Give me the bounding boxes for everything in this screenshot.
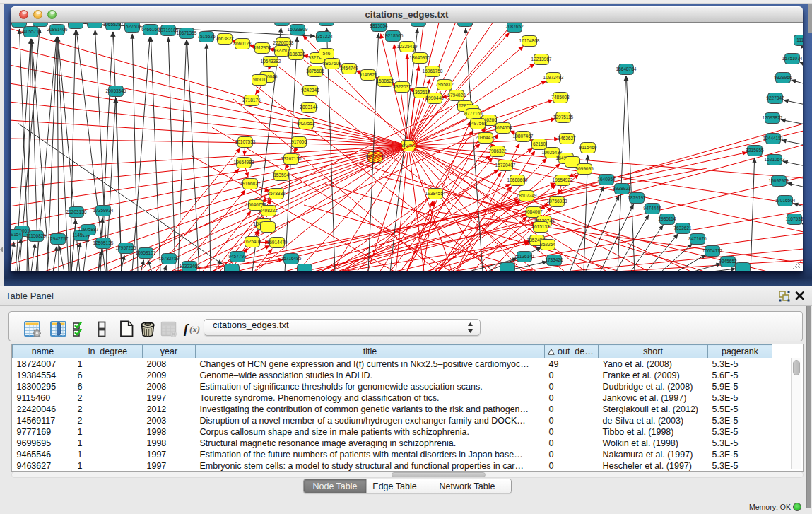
table-cell[interactable]: Franke et al. (2009) [599,370,708,381]
graph-node[interactable]: 2935114 [659,214,676,225]
tab-node-table[interactable]: Node Table [304,479,367,493]
graph-node[interactable]: 9115460 [579,143,597,153]
graph-node[interactable]: 252254 [540,240,555,250]
graph-node[interactable]: 39154 [11,230,23,240]
table-cell[interactable]: 0 [545,392,599,404]
graph-node[interactable]: 10107553 [235,137,256,148]
table-cell[interactable]: Stergiakouli et al. (2012) [599,404,708,415]
table-cell[interactable]: 0 [545,404,599,415]
graph-node[interactable]: 10654112 [702,246,723,257]
graph-node[interactable] [69,23,83,29]
graph-node[interactable]: 16154808 [519,36,540,47]
graph-node[interactable]: 17359934 [93,206,114,216]
table-cell[interactable]: Corpus callosum shape and size in male p… [196,426,545,438]
table-cell[interactable]: 1998 [143,426,196,438]
table-cell[interactable]: Changes of HCN gene expression and I(f) … [196,358,545,370]
graph-node[interactable]: 8578332 [267,189,286,199]
column-header-pagerank[interactable]: pagerank [708,345,772,358]
graph-node[interactable]: 6497568 [469,119,487,129]
graph-node[interactable]: 12444151 [763,134,784,144]
graph-node[interactable]: 7955812 [435,80,454,90]
graph-node[interactable]: 8912954 [253,43,271,54]
table-cell[interactable]: Jankovic et al. (1997) [599,392,708,404]
graph-node[interactable]: 10688609 [507,175,528,186]
graph-node[interactable]: 17957255 [116,243,136,254]
graph-node[interactable]: 7663822 [216,34,234,45]
graph-node[interactable]: 20053346 [106,86,126,97]
table-cell[interactable]: de Silva et al. (2003) [599,415,708,426]
graph-node[interactable]: 2718176 [242,95,261,106]
table-cell[interactable]: 2 [73,404,143,415]
graph-node[interactable]: 6466160 [141,25,160,35]
table-cell[interactable]: 2009 [143,370,196,381]
graph-node[interactable]: 16914479 [267,238,288,248]
graph-node[interactable]: 7515526 [197,32,216,42]
table-cell[interactable]: 0 [545,426,599,438]
graph-node[interactable]: 8215955 [746,146,764,156]
table-cell[interactable]: 9699695 [13,438,73,449]
graph-node[interactable]: 18640910 [410,53,430,64]
table-cell[interactable]: 5.3E-5 [708,438,772,449]
table-cell[interactable]: Yano et al. (2008) [599,358,708,370]
graph-node[interactable]: 19218506 [383,31,404,42]
graph-node[interactable]: 10671355 [177,28,197,39]
table-row[interactable]: 1872400712008Changes of HCN gene express… [13,358,772,370]
table-cell[interactable]: Estimation of the future numbers of pati… [196,449,545,460]
table-cell[interactable]: 5.3E-5 [708,426,772,438]
graph-node[interactable]: 8813054 [370,23,388,32]
graph-node[interactable]: 13267130 [281,154,302,165]
table-cell[interactable]: Embryonic stem cells: a model to study s… [196,460,545,472]
table-cell[interactable]: 0 [545,415,599,426]
graph-node[interactable]: 7986322 [488,146,507,157]
graph-node[interactable] [275,23,290,26]
table-cell[interactable]: 2 [73,392,143,404]
graph-node[interactable]: 1733426 [545,255,563,266]
graph-node[interactable]: 10958107 [136,248,156,259]
graph-node[interactable]: 3624554 [494,123,512,134]
table-cell[interactable]: 9777169 [13,426,73,438]
graph-node[interactable] [261,222,276,233]
show-column-icon[interactable] [49,319,69,339]
graph-node[interactable]: 16033809 [288,25,308,35]
table-cell[interactable]: Wolkin et al. (1998) [599,438,708,449]
table-cell[interactable]: 19384554 [13,370,73,381]
table-row[interactable]: 1456911722003Disruption of a novel membe… [13,415,772,426]
column-header-in-degree[interactable]: in_degree [73,345,143,358]
table-vertical-scrollbar[interactable] [791,358,801,469]
table-cell[interactable]: 1997 [143,392,196,404]
table-cell[interactable]: 6 [73,370,143,381]
select-all-icon[interactable] [71,319,90,339]
table-cell[interactable]: 5.3E-5 [708,358,772,370]
graph-node[interactable]: 1640954 [597,175,616,185]
graph-node[interactable]: 15692971 [769,176,789,187]
splitter-collapse-icon[interactable] [0,247,3,252]
graph-node[interactable]: 62160 [532,139,547,150]
table-cell[interactable]: 0 [545,449,599,460]
graph-node[interactable]: 9245652 [719,257,737,267]
graph-node[interactable] [88,23,102,28]
graph-node[interactable]: 20364436 [476,133,496,144]
table-hscroll-thumb[interactable] [392,472,486,477]
graph-node[interactable]: 16210643 [765,155,785,165]
table-cell[interactable]: 0 [545,381,599,392]
table-cell[interactable]: 2003 [143,415,196,426]
graph-node[interactable]: 9146821 [359,70,377,81]
table-row[interactable]: 969969511998Structural magnetic resonanc… [13,438,772,449]
table-vscroll-thumb[interactable] [793,360,800,375]
graph-node[interactable]: 10807467 [513,132,534,142]
table-row[interactable]: 946554611997Estimation of the future num… [13,449,772,460]
graph-node[interactable]: 16648764 [616,64,637,75]
column-header-year[interactable]: year [143,345,196,358]
graph-node[interactable]: 9227342 [766,93,784,104]
table-cell[interactable]: 1997 [143,449,196,460]
graph-node[interactable]: 2087652 [505,23,524,33]
graph-node[interactable]: 8427552 [297,119,315,129]
function-builder-icon[interactable]: f(x) [183,319,203,339]
graph-node[interactable]: 16782759 [159,254,180,264]
table-mode-icon[interactable] [23,319,42,339]
column-header-name[interactable]: name [13,345,73,358]
graph-node[interactable]: 6879197 [628,193,646,204]
table-cell[interactable]: 14569117 [13,415,73,426]
table-horizontal-scrollbar[interactable] [11,472,804,478]
table-cell[interactable]: 5.3E-5 [708,449,772,460]
